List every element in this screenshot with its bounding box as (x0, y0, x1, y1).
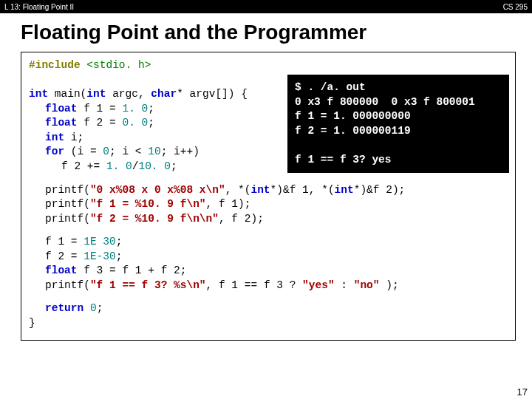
accum-a: f 2 += (61, 160, 106, 172)
a1: f 1 = (45, 236, 83, 248)
kw-int: int (29, 88, 48, 100)
kw-for: for (45, 146, 64, 157)
for-n2: 10 (148, 146, 160, 157)
p1-d: *)&f 2); (354, 184, 406, 196)
for-a: (i = (64, 146, 103, 157)
f2-val: 0. 0 (122, 117, 148, 129)
p4-a: printf( (45, 279, 90, 291)
a2-n: 1E-30 (83, 250, 116, 262)
accum-n2: 10. 0 (138, 160, 171, 172)
p1-c: *)&f 1, *( (270, 184, 335, 196)
f3-decl: f 3 = f 1 + f 2; (78, 265, 187, 276)
kw-char: char (151, 88, 177, 100)
a2: f 2 = (45, 250, 83, 262)
f1-decl: f 1 = (78, 103, 123, 115)
p2-a: printf( (45, 198, 90, 210)
p1-a: printf( (45, 184, 90, 196)
header-bar: L 13: Floating Point II CS 295 (0, 0, 532, 13)
f1-val: 1. 0 (122, 103, 148, 115)
p1-k2: int (335, 184, 354, 196)
course-label: CS 295 (503, 3, 528, 11)
p1-s: "0 x%08 x 0 x%08 x\n" (90, 184, 225, 196)
p4-s2: "yes" (302, 279, 335, 291)
p2-s: "f 1 = %10. 9 f\n" (90, 198, 206, 210)
p3-s: "f 2 = %10. 9 f\n\n" (90, 213, 219, 225)
close-brace: } (29, 316, 508, 331)
for-c: ; i++) (161, 146, 200, 157)
accum-n1: 1. 0 (106, 160, 132, 172)
page-title: Floating Point and the Programmer (21, 21, 532, 44)
ret-n: 0 (90, 302, 97, 314)
lecture-label: L 13: Floating Point II (4, 3, 74, 11)
include-directive: #include (29, 59, 81, 71)
sig-end: * argv[]) { (177, 88, 248, 100)
page-number: 17 (517, 386, 528, 398)
f2-decl: f 2 = (78, 117, 123, 129)
kw-int3: int (45, 132, 64, 143)
kw-int2: int (86, 88, 106, 100)
i-decl: i; (64, 132, 83, 143)
kw-float3: float (45, 265, 78, 276)
p4-c: : (335, 279, 354, 291)
kw-float1: float (45, 103, 78, 115)
kw-return: return (45, 302, 83, 314)
include-header: <stdio. h> (81, 59, 151, 71)
a1-n: 1E 30 (83, 236, 116, 248)
p3-b: , f 2); (219, 213, 264, 225)
p4-b: , f 1 == f 3 ? (206, 279, 303, 291)
code-block: #include <stdio. h> int main(int argc, c… (21, 52, 516, 341)
kw-float2: float (45, 117, 78, 129)
p4-s: "f 1 == f 3? %s\n" (90, 279, 206, 291)
p4-s3: "no" (354, 279, 380, 291)
p2-b: , f 1); (206, 198, 251, 210)
p1-b: , *( (225, 184, 251, 196)
for-n1: 0 (103, 146, 109, 157)
terminal-output: $ . /a. out 0 x3 f 800000 0 x3 f 800001 … (287, 75, 509, 173)
p1-k: int (250, 184, 270, 196)
for-b: ; i < (109, 146, 148, 157)
p3-a: printf( (45, 213, 90, 225)
p4-d: ); (380, 279, 399, 291)
sig-mid: argc, (106, 88, 151, 100)
sig-name: main( (48, 88, 86, 100)
